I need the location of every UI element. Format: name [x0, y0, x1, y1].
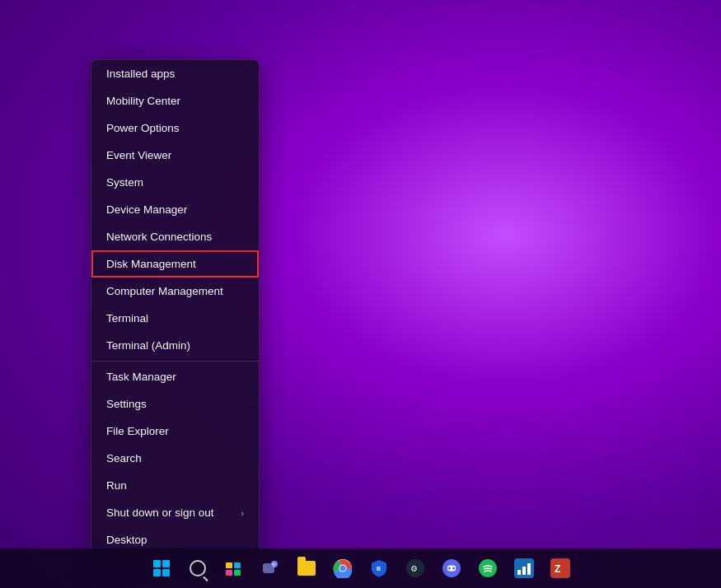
svg-rect-3 — [234, 570, 241, 576]
svg-text:T: T — [272, 562, 274, 567]
menu-item-label-computer-management: Computer Management — [106, 285, 223, 297]
menu-item-label-power-options: Power Options — [106, 122, 180, 134]
menu-item-device-manager[interactable]: Device Manager — [91, 196, 259, 223]
taskbar-icon-file-manager[interactable] — [218, 552, 250, 585]
app1-icon — [514, 558, 534, 578]
files-icon — [225, 559, 243, 577]
menu-item-mobility-center[interactable]: Mobility Center — [91, 87, 259, 114]
svg-rect-1 — [234, 562, 241, 568]
taskbar-icon-unknown2[interactable]: Z — [544, 552, 577, 585]
menu-item-disk-management[interactable]: Disk Management — [91, 250, 259, 278]
taskbar-icon-chrome[interactable] — [326, 552, 359, 585]
taskbar-icon-unknown1[interactable] — [508, 552, 541, 585]
discord-icon — [442, 558, 461, 578]
menu-item-terminal-admin[interactable]: Terminal (Admin) — [91, 332, 259, 359]
svg-point-14 — [448, 567, 451, 570]
steam-icon: ⚙ — [405, 558, 425, 578]
svg-rect-18 — [517, 570, 521, 575]
menu-item-file-explorer[interactable]: File Explorer — [91, 418, 259, 445]
svg-text:⚙: ⚙ — [410, 564, 418, 573]
svg-text:Z: Z — [555, 563, 560, 575]
menu-item-shut-down[interactable]: Shut down or sign out› — [91, 499, 259, 526]
menu-item-task-manager[interactable]: Task Manager — [91, 363, 259, 390]
menu-item-label-event-viewer: Event Viewer — [106, 149, 171, 161]
taskbar: T B ⚙ Z — [0, 548, 721, 588]
menu-item-power-options[interactable]: Power Options — [91, 114, 259, 142]
menu-item-computer-management[interactable]: Computer Management — [91, 278, 259, 305]
svg-point-15 — [452, 567, 455, 570]
svg-rect-0 — [226, 562, 232, 568]
bitwarden-icon: B — [369, 558, 389, 578]
menu-item-network-connections[interactable]: Network Connections — [91, 223, 259, 250]
taskbar-icon-spotify[interactable] — [471, 552, 504, 585]
taskbar-icon-teams[interactable]: T — [254, 552, 287, 585]
svg-rect-19 — [522, 567, 526, 575]
svg-rect-20 — [527, 563, 531, 575]
menu-item-label-desktop: Desktop — [106, 534, 147, 546]
windows-logo-icon — [153, 560, 170, 576]
taskbar-icon-search[interactable] — [181, 552, 214, 585]
search-icon — [190, 560, 206, 576]
svg-point-9 — [339, 566, 345, 572]
menu-item-label-terminal-admin: Terminal (Admin) — [106, 339, 190, 352]
menu-item-label-shut-down: Shut down or sign out — [106, 506, 214, 519]
menu-divider-10 — [91, 361, 259, 362]
spotify-icon — [478, 558, 498, 578]
svg-text:B: B — [377, 566, 381, 572]
menu-item-terminal[interactable]: Terminal — [91, 305, 259, 332]
taskbar-icon-windows-start[interactable] — [145, 552, 178, 585]
menu-item-label-disk-management: Disk Management — [106, 258, 196, 270]
menu-item-label-device-manager: Device Manager — [106, 203, 187, 216]
teams-icon: T — [260, 558, 280, 578]
menu-item-label-network-connections: Network Connections — [106, 231, 212, 243]
taskbar-icon-bitwarden[interactable]: B — [363, 552, 396, 585]
menu-item-run[interactable]: Run — [91, 472, 259, 499]
chrome-icon — [333, 558, 353, 578]
menu-item-search[interactable]: Search — [91, 445, 259, 472]
taskbar-icon-discord[interactable] — [435, 552, 468, 585]
menu-item-event-viewer[interactable]: Event Viewer — [91, 142, 259, 169]
menu-item-settings[interactable]: Settings — [91, 390, 259, 418]
menu-item-label-system: System — [106, 176, 143, 189]
menu-item-label-task-manager: Task Manager — [106, 371, 176, 383]
menu-item-label-file-explorer: File Explorer — [106, 425, 169, 437]
menu-item-system[interactable]: System — [91, 169, 259, 196]
menu-item-label-terminal: Terminal — [106, 312, 148, 324]
folder-icon — [297, 561, 316, 576]
menu-item-label-run: Run — [106, 479, 127, 492]
menu-item-label-mobility-center: Mobility Center — [106, 95, 180, 107]
menu-item-label-settings: Settings — [106, 398, 147, 410]
menu-item-label-installed-apps: Installed apps — [106, 68, 175, 80]
svg-rect-2 — [226, 570, 232, 576]
submenu-chevron-shut-down: › — [241, 508, 244, 518]
context-menu: Installed appsMobility CenterPower Optio… — [91, 59, 260, 554]
app2-icon: Z — [550, 558, 570, 578]
taskbar-icon-steam[interactable]: ⚙ — [399, 552, 432, 585]
taskbar-icon-folder[interactable] — [290, 552, 323, 585]
menu-item-label-search: Search — [106, 452, 142, 464]
menu-item-installed-apps[interactable]: Installed apps — [91, 60, 259, 87]
